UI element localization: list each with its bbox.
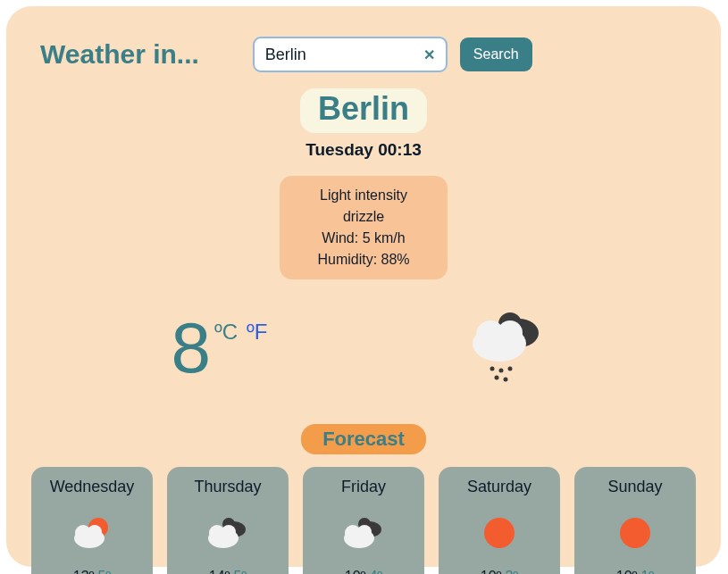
sunny-icon xyxy=(613,513,657,553)
search-button[interactable]: Search xyxy=(460,37,532,71)
cloudy-icon xyxy=(205,513,250,553)
forecast-low: 4º xyxy=(369,569,382,574)
forecast-low: 5º xyxy=(97,569,111,574)
forecast-low: 5º xyxy=(233,569,247,574)
weather-description: Light intensity drizzle xyxy=(297,185,430,228)
city-row: Berlin xyxy=(31,88,696,133)
forecast-high: 14º xyxy=(209,569,230,574)
search-wrap: ✕ Search xyxy=(253,37,532,72)
temperature-value: 8 xyxy=(171,312,211,384)
search-box[interactable]: ✕ xyxy=(253,37,448,72)
svg-point-9 xyxy=(503,378,507,382)
forecast-card: Friday10º4º xyxy=(303,467,424,574)
svg-point-23 xyxy=(357,525,372,539)
svg-point-6 xyxy=(498,369,503,373)
svg-point-5 xyxy=(490,367,494,371)
forecast-card: Thursday14º5º xyxy=(167,467,289,574)
forecast-label: Forecast xyxy=(301,424,426,454)
svg-point-8 xyxy=(494,376,498,380)
sunny-icon xyxy=(477,513,522,553)
svg-point-13 xyxy=(88,525,102,539)
svg-point-18 xyxy=(222,525,236,539)
forecast-day: Wednesday xyxy=(50,478,135,496)
humidity-info: Humidity: 88% xyxy=(297,249,430,270)
svg-point-7 xyxy=(507,367,512,371)
city-name: Berlin xyxy=(300,88,427,133)
forecast-card: Sunday10º1º xyxy=(574,467,696,574)
forecast-temps: 10º2º xyxy=(481,569,518,574)
wind-info: Wind: 5 km/h xyxy=(297,228,430,249)
unit-toggle: ºC ºF xyxy=(214,320,268,345)
forecast-day: Friday xyxy=(341,478,386,496)
forecast-row: Wednesday13º5ºThursday14º5ºFriday10º4ºSa… xyxy=(31,467,696,574)
forecast-low: 1º xyxy=(640,569,654,574)
svg-point-24 xyxy=(484,518,515,548)
header: Weather in... ✕ Search xyxy=(31,37,696,72)
forecast-day: Thursday xyxy=(194,478,261,496)
forecast-label-row: Forecast xyxy=(31,424,696,454)
current-row: 8 ºC ºF xyxy=(31,299,696,397)
forecast-high: 10º xyxy=(481,569,502,574)
unit-fahrenheit[interactable]: ºF xyxy=(247,320,267,345)
forecast-high: 10º xyxy=(345,569,366,574)
cloudy-icon xyxy=(341,513,386,553)
forecast-day: Saturday xyxy=(467,478,531,496)
unit-celsius[interactable]: ºC xyxy=(214,320,238,345)
clear-icon[interactable]: ✕ xyxy=(423,46,435,63)
page-title: Weather in... xyxy=(40,39,199,70)
temperature-block: 8 ºC ºF xyxy=(171,312,267,384)
forecast-day: Sunday xyxy=(607,478,662,496)
svg-point-4 xyxy=(498,320,523,345)
forecast-card: Saturday10º2º xyxy=(439,467,560,574)
search-input[interactable] xyxy=(265,46,408,64)
partly-cloudy-icon xyxy=(70,513,114,553)
datetime: Tuesday 00:13 xyxy=(31,140,696,160)
forecast-card: Wednesday13º5º xyxy=(31,467,153,574)
forecast-low: 2º xyxy=(505,569,518,574)
forecast-temps: 10º1º xyxy=(616,569,654,574)
forecast-high: 10º xyxy=(616,569,638,574)
forecast-high: 13º xyxy=(73,569,95,574)
svg-point-25 xyxy=(620,518,650,548)
conditions-box: Light intensity drizzle Wind: 5 km/h Hum… xyxy=(280,176,448,279)
forecast-temps: 13º5º xyxy=(73,569,111,574)
forecast-temps: 14º5º xyxy=(209,569,247,574)
weather-app: Weather in... ✕ Search Berlin Tuesday 00… xyxy=(6,6,721,567)
current-weather-icon xyxy=(458,299,556,397)
forecast-temps: 10º4º xyxy=(345,569,382,574)
